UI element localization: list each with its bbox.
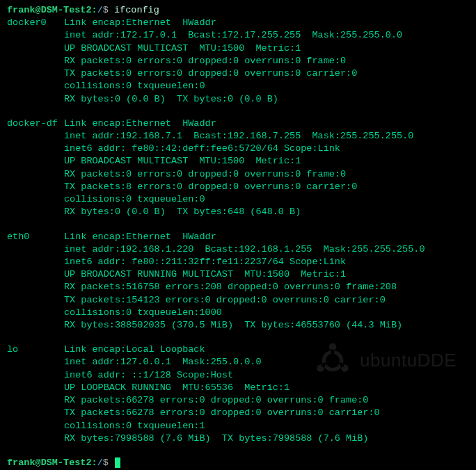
prompt-colon: : [92,457,97,468]
prompt-at: @ [35,5,41,15]
indent [7,420,64,432]
interface-name: lo [7,343,64,356]
indent [7,281,64,293]
interface-line: collisions:0 txqueuelen:0 [7,193,469,206]
prompt-user: frank [7,5,35,15]
interface-line: RX packets:66278 errors:0 dropped:0 over… [7,394,469,407]
interface-line: eth0 Link encap:Ethernet HWaddr [7,231,469,243]
interface-line: collisions:0 txqueuelen:0 [7,80,469,92]
interface-line: inet addr:192.168.7.1 Bcast:192.168.7.25… [7,130,469,143]
indent [7,394,64,407]
interface-text: RX bytes:0 (0.0 B) TX bytes:0 (0.0 B) [64,94,278,104]
terminal-content: frank@DSM-Test2:/$ ifconfig docker0 Link… [7,4,469,469]
prompt-at: @ [35,457,41,468]
interface-line: RX packets:516758 errors:208 dropped:0 o… [7,281,469,293]
interface-text: collisions:0 txqueuelen:0 [64,194,205,204]
interface-text: inet addr:172.17.0.1 Bcast:172.17.255.25… [64,30,402,40]
interface-line: TX packets:154123 errors:0 dropped:0 ove… [7,294,469,307]
indent [7,181,64,193]
indent [7,256,64,268]
interface-text: Link encap:Ethernet HWaddr [64,118,222,129]
interface-name: docker0 [7,17,64,29]
cursor-icon [115,457,120,468]
prompt-symbol: $ [103,5,109,15]
indent [7,206,64,218]
indent [7,55,64,67]
prompt-path: / [97,5,103,15]
interface-list: docker0 Link encap:Ethernet HWaddr inet … [7,17,469,445]
redacted-hwaddr [222,119,326,128]
indent [7,369,64,382]
redacted-hwaddr [222,18,326,27]
interface-line: inet addr:172.17.0.1 Bcast:172.17.255.25… [7,29,469,42]
indent [7,130,64,143]
interface-text: inet addr:192.168.1.220 Bcast:192.168.1.… [64,244,425,254]
interface-text: Link encap:Ethernet HWaddr [64,232,222,242]
interface-text: RX packets:0 errors:0 dropped:0 overruns… [64,56,346,66]
indent [7,80,64,92]
interface-text: inet6 addr: fe80::211:32ff:fe11:2237/64 … [64,257,346,267]
interface-line: inet6 addr: ::1/128 Scope:Host [7,369,469,382]
indent [7,382,64,394]
indent [7,42,64,55]
interface-line: UP BROADCAST MULTICAST MTU:1500 Metric:1 [7,42,469,55]
interface-line: UP LOOPBACK RUNNING MTU:65536 Metric:1 [7,382,469,394]
interface-line: inet addr:192.168.1.220 Bcast:192.168.1.… [7,243,469,256]
prompt-path: / [97,457,103,468]
indent [7,268,64,281]
prompt-symbol: $ [103,457,109,468]
interface-text: inet addr:127.0.0.1 Mask:255.0.0.0 [64,357,262,367]
interface-line: TX packets:8 errors:0 dropped:0 overruns… [7,181,469,193]
interface-line: RX bytes:388502035 (370.5 MiB) TX bytes:… [7,319,469,332]
interface-line: inet6 addr: fe80::211:32ff:fe11:2237/64 … [7,256,469,268]
interface-name: docker-df [7,118,64,130]
indent [7,67,64,80]
interface-line: lo Link encap:Local Loopback [7,343,469,356]
redacted-hwaddr [222,232,326,241]
prompt-colon: : [92,5,97,15]
indent [7,155,64,168]
indent [7,432,64,445]
command-text: ifconfig [114,5,159,15]
interface-text: TX packets:0 errors:0 dropped:0 overruns… [64,68,357,79]
interface-text: RX packets:66278 errors:0 dropped:0 over… [64,395,368,405]
interface-text: UP BROADCAST MULTICAST MTU:1500 Metric:1 [64,156,301,166]
indent [7,93,64,106]
indent [7,168,64,181]
interface-text: collisions:0 txqueuelen:1 [64,421,205,431]
interface-text: TX packets:66278 errors:0 dropped:0 over… [64,407,380,418]
interface-text: inet6 addr: fe80::42:deff:fee6:5720/64 S… [64,143,340,154]
interface-line: RX bytes:7998588 (7.6 MiB) TX bytes:7998… [7,432,469,445]
interface-block: eth0 Link encap:Ethernet HWaddr inet add… [7,231,469,332]
interface-text: Link encap:Local Loopback [64,344,205,355]
indent [7,319,64,332]
interface-text: UP BROADCAST MULTICAST MTU:1500 Metric:1 [64,43,301,54]
prompt-host: DSM-Test2 [41,5,92,15]
indent [7,193,64,206]
interface-text: Link encap:Ethernet HWaddr [64,17,222,28]
indent [7,143,64,155]
interface-block: docker0 Link encap:Ethernet HWaddr inet … [7,17,469,106]
interface-text: RX packets:516758 errors:208 dropped:0 o… [64,282,397,292]
interface-text: RX bytes:0 (0.0 B) TX bytes:648 (648.0 B… [64,206,301,217]
prompt-host: DSM-Test2 [41,457,92,468]
interface-block: docker-dfLink encap:Ethernet HWaddr inet… [7,118,469,219]
indent [7,294,64,307]
interface-line: UP BROADCAST RUNNING MULTICAST MTU:1500 … [7,268,469,281]
interface-line: TX packets:0 errors:0 dropped:0 overruns… [7,67,469,80]
interface-line: inet6 addr: fe80::42:deff:fee6:5720/64 S… [7,143,469,155]
indent [7,29,64,42]
interface-line: inet addr:127.0.0.1 Mask:255.0.0.0 [7,356,469,368]
interface-line: collisions:0 txqueuelen:1000 [7,307,469,319]
interface-text: collisions:0 txqueuelen:1000 [64,307,222,318]
interface-name: eth0 [7,231,64,243]
interface-line: RX bytes:0 (0.0 B) TX bytes:648 (648.0 B… [7,206,469,218]
interface-text: RX bytes:7998588 (7.6 MiB) TX bytes:7998… [64,433,368,444]
interface-text: RX bytes:388502035 (370.5 MiB) TX bytes:… [64,320,402,330]
prompt-line-bottom[interactable]: frank@DSM-Test2:/$ [7,457,469,469]
interface-text: TX packets:154123 errors:0 dropped:0 ove… [64,295,386,305]
interface-text: RX packets:0 errors:0 dropped:0 overruns… [64,169,346,179]
indent [7,243,64,256]
interface-text: UP LOOPBACK RUNNING MTU:65536 Metric:1 [64,382,289,393]
interface-line: docker-dfLink encap:Ethernet HWaddr [7,118,469,130]
